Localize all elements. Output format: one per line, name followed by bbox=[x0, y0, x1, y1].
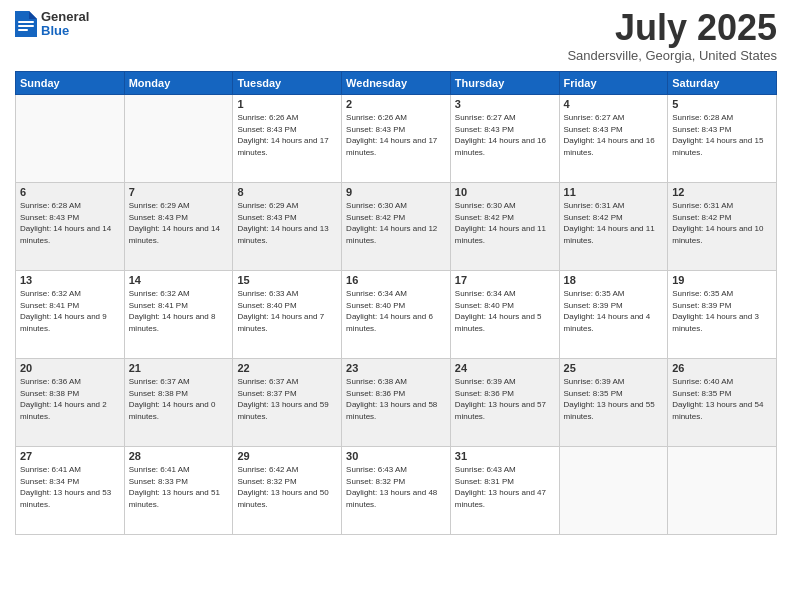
calendar-cell: 11Sunrise: 6:31 AM Sunset: 8:42 PM Dayli… bbox=[559, 183, 668, 271]
calendar-cell: 1Sunrise: 6:26 AM Sunset: 8:43 PM Daylig… bbox=[233, 95, 342, 183]
day-number: 6 bbox=[20, 186, 120, 198]
day-info: Sunrise: 6:28 AM Sunset: 8:43 PM Dayligh… bbox=[20, 200, 120, 246]
day-info: Sunrise: 6:32 AM Sunset: 8:41 PM Dayligh… bbox=[20, 288, 120, 334]
day-info: Sunrise: 6:37 AM Sunset: 8:38 PM Dayligh… bbox=[129, 376, 229, 422]
week-row-1: 1Sunrise: 6:26 AM Sunset: 8:43 PM Daylig… bbox=[16, 95, 777, 183]
svg-rect-4 bbox=[18, 29, 28, 31]
day-header-tuesday: Tuesday bbox=[233, 72, 342, 95]
logo-blue-text: Blue bbox=[41, 24, 89, 38]
day-number: 29 bbox=[237, 450, 337, 462]
day-number: 27 bbox=[20, 450, 120, 462]
day-info: Sunrise: 6:31 AM Sunset: 8:42 PM Dayligh… bbox=[564, 200, 664, 246]
day-number: 28 bbox=[129, 450, 229, 462]
day-header-wednesday: Wednesday bbox=[342, 72, 451, 95]
day-number: 5 bbox=[672, 98, 772, 110]
day-number: 18 bbox=[564, 274, 664, 286]
day-number: 15 bbox=[237, 274, 337, 286]
day-info: Sunrise: 6:35 AM Sunset: 8:39 PM Dayligh… bbox=[564, 288, 664, 334]
day-number: 26 bbox=[672, 362, 772, 374]
day-number: 2 bbox=[346, 98, 446, 110]
day-info: Sunrise: 6:26 AM Sunset: 8:43 PM Dayligh… bbox=[237, 112, 337, 158]
day-info: Sunrise: 6:27 AM Sunset: 8:43 PM Dayligh… bbox=[455, 112, 555, 158]
day-header-friday: Friday bbox=[559, 72, 668, 95]
day-number: 19 bbox=[672, 274, 772, 286]
day-info: Sunrise: 6:34 AM Sunset: 8:40 PM Dayligh… bbox=[455, 288, 555, 334]
day-info: Sunrise: 6:29 AM Sunset: 8:43 PM Dayligh… bbox=[129, 200, 229, 246]
day-info: Sunrise: 6:43 AM Sunset: 8:31 PM Dayligh… bbox=[455, 464, 555, 510]
calendar-cell: 3Sunrise: 6:27 AM Sunset: 8:43 PM Daylig… bbox=[450, 95, 559, 183]
day-number: 24 bbox=[455, 362, 555, 374]
day-number: 11 bbox=[564, 186, 664, 198]
week-row-2: 6Sunrise: 6:28 AM Sunset: 8:43 PM Daylig… bbox=[16, 183, 777, 271]
day-number: 12 bbox=[672, 186, 772, 198]
day-number: 7 bbox=[129, 186, 229, 198]
day-info: Sunrise: 6:27 AM Sunset: 8:43 PM Dayligh… bbox=[564, 112, 664, 158]
calendar-cell: 12Sunrise: 6:31 AM Sunset: 8:42 PM Dayli… bbox=[668, 183, 777, 271]
logo: General Blue bbox=[15, 10, 89, 39]
calendar-cell: 19Sunrise: 6:35 AM Sunset: 8:39 PM Dayli… bbox=[668, 271, 777, 359]
day-info: Sunrise: 6:34 AM Sunset: 8:40 PM Dayligh… bbox=[346, 288, 446, 334]
day-number: 10 bbox=[455, 186, 555, 198]
day-number: 17 bbox=[455, 274, 555, 286]
page: General Blue July 2025 Sandersville, Geo… bbox=[0, 0, 792, 612]
calendar-cell: 7Sunrise: 6:29 AM Sunset: 8:43 PM Daylig… bbox=[124, 183, 233, 271]
day-number: 13 bbox=[20, 274, 120, 286]
logo-general-text: General bbox=[41, 10, 89, 24]
calendar-cell: 6Sunrise: 6:28 AM Sunset: 8:43 PM Daylig… bbox=[16, 183, 125, 271]
day-info: Sunrise: 6:26 AM Sunset: 8:43 PM Dayligh… bbox=[346, 112, 446, 158]
calendar-cell: 2Sunrise: 6:26 AM Sunset: 8:43 PM Daylig… bbox=[342, 95, 451, 183]
day-info: Sunrise: 6:30 AM Sunset: 8:42 PM Dayligh… bbox=[346, 200, 446, 246]
day-info: Sunrise: 6:32 AM Sunset: 8:41 PM Dayligh… bbox=[129, 288, 229, 334]
logo-icon bbox=[15, 11, 37, 37]
week-row-5: 27Sunrise: 6:41 AM Sunset: 8:34 PM Dayli… bbox=[16, 447, 777, 535]
day-info: Sunrise: 6:33 AM Sunset: 8:40 PM Dayligh… bbox=[237, 288, 337, 334]
day-number: 31 bbox=[455, 450, 555, 462]
calendar-cell: 31Sunrise: 6:43 AM Sunset: 8:31 PM Dayli… bbox=[450, 447, 559, 535]
calendar-cell: 20Sunrise: 6:36 AM Sunset: 8:38 PM Dayli… bbox=[16, 359, 125, 447]
calendar-cell: 18Sunrise: 6:35 AM Sunset: 8:39 PM Dayli… bbox=[559, 271, 668, 359]
calendar-cell: 23Sunrise: 6:38 AM Sunset: 8:36 PM Dayli… bbox=[342, 359, 451, 447]
day-info: Sunrise: 6:38 AM Sunset: 8:36 PM Dayligh… bbox=[346, 376, 446, 422]
day-number: 30 bbox=[346, 450, 446, 462]
calendar-cell: 21Sunrise: 6:37 AM Sunset: 8:38 PM Dayli… bbox=[124, 359, 233, 447]
calendar: SundayMondayTuesdayWednesdayThursdayFrid… bbox=[15, 71, 777, 535]
day-number: 1 bbox=[237, 98, 337, 110]
calendar-cell: 27Sunrise: 6:41 AM Sunset: 8:34 PM Dayli… bbox=[16, 447, 125, 535]
day-info: Sunrise: 6:40 AM Sunset: 8:35 PM Dayligh… bbox=[672, 376, 772, 422]
day-info: Sunrise: 6:36 AM Sunset: 8:38 PM Dayligh… bbox=[20, 376, 120, 422]
calendar-cell: 4Sunrise: 6:27 AM Sunset: 8:43 PM Daylig… bbox=[559, 95, 668, 183]
calendar-cell: 30Sunrise: 6:43 AM Sunset: 8:32 PM Dayli… bbox=[342, 447, 451, 535]
header: General Blue July 2025 Sandersville, Geo… bbox=[15, 10, 777, 63]
calendar-cell: 26Sunrise: 6:40 AM Sunset: 8:35 PM Dayli… bbox=[668, 359, 777, 447]
day-number: 23 bbox=[346, 362, 446, 374]
calendar-cell: 15Sunrise: 6:33 AM Sunset: 8:40 PM Dayli… bbox=[233, 271, 342, 359]
day-header-monday: Monday bbox=[124, 72, 233, 95]
day-info: Sunrise: 6:29 AM Sunset: 8:43 PM Dayligh… bbox=[237, 200, 337, 246]
calendar-cell: 24Sunrise: 6:39 AM Sunset: 8:36 PM Dayli… bbox=[450, 359, 559, 447]
day-header-sunday: Sunday bbox=[16, 72, 125, 95]
calendar-cell: 29Sunrise: 6:42 AM Sunset: 8:32 PM Dayli… bbox=[233, 447, 342, 535]
day-info: Sunrise: 6:43 AM Sunset: 8:32 PM Dayligh… bbox=[346, 464, 446, 510]
week-row-4: 20Sunrise: 6:36 AM Sunset: 8:38 PM Dayli… bbox=[16, 359, 777, 447]
calendar-cell: 16Sunrise: 6:34 AM Sunset: 8:40 PM Dayli… bbox=[342, 271, 451, 359]
day-header-saturday: Saturday bbox=[668, 72, 777, 95]
calendar-cell: 13Sunrise: 6:32 AM Sunset: 8:41 PM Dayli… bbox=[16, 271, 125, 359]
location: Sandersville, Georgia, United States bbox=[567, 48, 777, 63]
day-number: 16 bbox=[346, 274, 446, 286]
day-info: Sunrise: 6:28 AM Sunset: 8:43 PM Dayligh… bbox=[672, 112, 772, 158]
calendar-cell: 22Sunrise: 6:37 AM Sunset: 8:37 PM Dayli… bbox=[233, 359, 342, 447]
day-info: Sunrise: 6:31 AM Sunset: 8:42 PM Dayligh… bbox=[672, 200, 772, 246]
day-number: 8 bbox=[237, 186, 337, 198]
calendar-cell: 17Sunrise: 6:34 AM Sunset: 8:40 PM Dayli… bbox=[450, 271, 559, 359]
day-info: Sunrise: 6:39 AM Sunset: 8:35 PM Dayligh… bbox=[564, 376, 664, 422]
day-number: 21 bbox=[129, 362, 229, 374]
calendar-cell: 10Sunrise: 6:30 AM Sunset: 8:42 PM Dayli… bbox=[450, 183, 559, 271]
day-number: 9 bbox=[346, 186, 446, 198]
title-block: July 2025 Sandersville, Georgia, United … bbox=[567, 10, 777, 63]
calendar-cell: 25Sunrise: 6:39 AM Sunset: 8:35 PM Dayli… bbox=[559, 359, 668, 447]
day-info: Sunrise: 6:37 AM Sunset: 8:37 PM Dayligh… bbox=[237, 376, 337, 422]
svg-rect-2 bbox=[18, 21, 34, 23]
day-number: 22 bbox=[237, 362, 337, 374]
day-info: Sunrise: 6:39 AM Sunset: 8:36 PM Dayligh… bbox=[455, 376, 555, 422]
day-info: Sunrise: 6:42 AM Sunset: 8:32 PM Dayligh… bbox=[237, 464, 337, 510]
